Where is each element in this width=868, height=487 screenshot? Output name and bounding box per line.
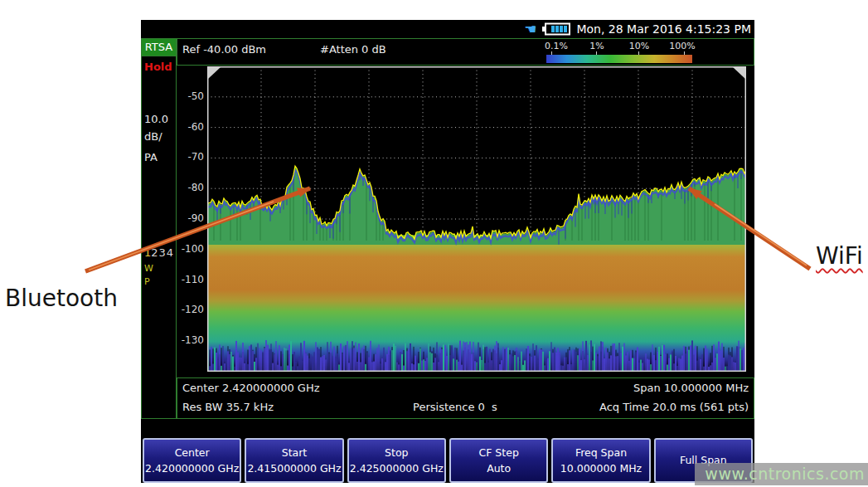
legend-label-2: 10% xyxy=(629,41,649,51)
softkey-value: 2.415000000 GHz xyxy=(247,460,341,476)
external-power-icon: ☚ xyxy=(524,22,536,37)
trace-numbers: 1234 xyxy=(144,246,174,259)
softkey-value: Auto xyxy=(487,460,511,476)
y-tick: -100 xyxy=(174,243,204,255)
softkey-center[interactable]: Center 2.420000000 GHz xyxy=(143,438,241,483)
softkey-label: Stop xyxy=(385,445,408,460)
softkey-value: 10.000000 MHz xyxy=(560,460,642,476)
softkey-freq-span[interactable]: Freq Span 10.000000 MHz xyxy=(551,438,650,483)
softkey-cf-step[interactable]: CF Step Auto xyxy=(449,438,548,483)
legend-label-1: 1% xyxy=(589,41,604,51)
detector-annunciator: W xyxy=(144,263,153,274)
top-annotation-row: Ref -40.00 dBm #Atten 0 dB 0.1% 1% 10% 1… xyxy=(177,38,754,66)
datetime-text: Mon, 28 Mar 2016 4:15:23 PM xyxy=(576,22,751,36)
softkey-label: Freq Span xyxy=(575,445,627,460)
y-tick: -120 xyxy=(174,304,204,315)
bottom-annotation-box: Center 2.420000000 GHz Span 10.000000 MH… xyxy=(177,377,754,419)
status-bar: ☚ Mon, 28 Mar 2016 4:15:23 PM xyxy=(141,20,754,38)
scale-value: 10.0 xyxy=(144,113,168,125)
preamp-annunciator: PA xyxy=(144,151,158,163)
softkey-label: Center xyxy=(175,445,210,460)
softkey-label: Start xyxy=(282,445,308,460)
page: ☚ Mon, 28 Mar 2016 4:15:23 PM RTSA Hold … xyxy=(0,0,868,487)
density-colorbar xyxy=(546,55,692,63)
bluetooth-label: Bluetooth xyxy=(5,285,118,312)
sidebar-annunciators: RTSA Hold 10.0 dB/ PA 1234 W P xyxy=(141,38,177,419)
ref-level-text: Ref -40.00 dBm xyxy=(182,43,266,56)
trace-inactive: 234 xyxy=(151,246,174,259)
spectrum-plot xyxy=(207,66,746,372)
y-tick: -50 xyxy=(174,90,204,102)
softkey-label: CF Step xyxy=(478,445,518,460)
watermark: www.cntronics.com xyxy=(695,463,868,485)
mode-badge: RTSA xyxy=(142,39,176,56)
center-freq-text: Center 2.420000000 GHz xyxy=(182,382,320,394)
analyzer-screen: ☚ Mon, 28 Mar 2016 4:15:23 PM RTSA Hold … xyxy=(141,20,754,483)
y-tick: -80 xyxy=(174,182,204,193)
softkey-start[interactable]: Start 2.415000000 GHz xyxy=(245,438,343,483)
softkey-bar: Center 2.420000000 GHz Start 2.415000000… xyxy=(141,438,754,483)
scale-unit: dB/ xyxy=(144,130,162,143)
y-tick: -90 xyxy=(174,212,204,224)
acq-time-text: Acq Time 20.0 ms (561 pts) xyxy=(599,401,749,413)
sweep-state: Hold xyxy=(144,61,172,73)
battery-icon xyxy=(541,22,572,37)
atten-text: #Atten 0 dB xyxy=(320,43,386,56)
y-tick: -130 xyxy=(174,334,204,346)
softkey-value: 2.425000000 GHz xyxy=(350,460,444,476)
softkey-value: 2.420000000 GHz xyxy=(145,460,239,476)
res-bw-text: Res BW 35.7 kHz xyxy=(182,401,274,413)
legend-label-0: 0.1% xyxy=(545,41,568,51)
display-annunciator: P xyxy=(144,276,150,287)
spectrum-svg xyxy=(207,66,746,372)
legend-label-3: 100% xyxy=(669,41,695,51)
y-tick: -110 xyxy=(174,274,204,285)
softkey-stop[interactable]: Stop 2.425000000 GHz xyxy=(347,438,446,483)
span-text: Span 10.000000 MHz xyxy=(633,382,749,394)
y-tick: -70 xyxy=(174,151,204,163)
wifi-label: WiFi xyxy=(816,242,863,270)
persistence-text: Persistence 0 s xyxy=(401,401,509,413)
y-tick: -60 xyxy=(174,121,204,133)
